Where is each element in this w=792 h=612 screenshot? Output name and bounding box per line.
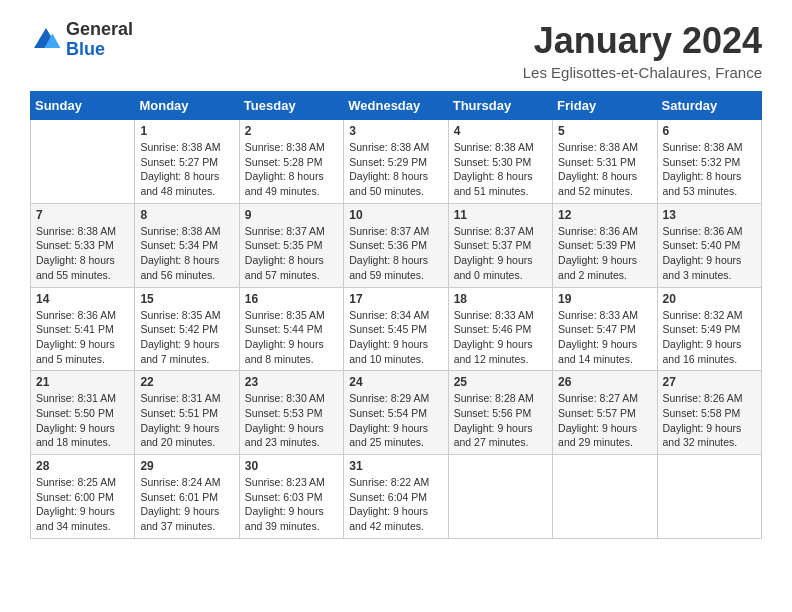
day-info: Sunrise: 8:36 AMSunset: 5:39 PMDaylight:… bbox=[558, 224, 651, 283]
day-info: Sunrise: 8:23 AMSunset: 6:03 PMDaylight:… bbox=[245, 475, 338, 534]
day-number: 24 bbox=[349, 375, 442, 389]
day-info: Sunrise: 8:37 AMSunset: 5:37 PMDaylight:… bbox=[454, 224, 547, 283]
calendar-cell: 12Sunrise: 8:36 AMSunset: 5:39 PMDayligh… bbox=[553, 203, 657, 287]
header-day: Tuesday bbox=[239, 92, 343, 120]
calendar-cell: 4Sunrise: 8:38 AMSunset: 5:30 PMDaylight… bbox=[448, 120, 552, 204]
calendar-cell bbox=[553, 455, 657, 539]
day-number: 17 bbox=[349, 292, 442, 306]
day-number: 28 bbox=[36, 459, 129, 473]
calendar-cell: 5Sunrise: 8:38 AMSunset: 5:31 PMDaylight… bbox=[553, 120, 657, 204]
calendar-cell: 20Sunrise: 8:32 AMSunset: 5:49 PMDayligh… bbox=[657, 287, 761, 371]
day-number: 2 bbox=[245, 124, 338, 138]
logo-blue: Blue bbox=[66, 40, 133, 60]
day-number: 10 bbox=[349, 208, 442, 222]
day-info: Sunrise: 8:35 AMSunset: 5:44 PMDaylight:… bbox=[245, 308, 338, 367]
calendar-title: January 2024 bbox=[523, 20, 762, 62]
day-number: 23 bbox=[245, 375, 338, 389]
header-day: Friday bbox=[553, 92, 657, 120]
day-info: Sunrise: 8:35 AMSunset: 5:42 PMDaylight:… bbox=[140, 308, 233, 367]
calendar-cell: 17Sunrise: 8:34 AMSunset: 5:45 PMDayligh… bbox=[344, 287, 448, 371]
calendar-table: SundayMondayTuesdayWednesdayThursdayFrid… bbox=[30, 91, 762, 539]
day-number: 26 bbox=[558, 375, 651, 389]
calendar-cell: 28Sunrise: 8:25 AMSunset: 6:00 PMDayligh… bbox=[31, 455, 135, 539]
day-info: Sunrise: 8:36 AMSunset: 5:40 PMDaylight:… bbox=[663, 224, 756, 283]
day-number: 19 bbox=[558, 292, 651, 306]
day-info: Sunrise: 8:33 AMSunset: 5:46 PMDaylight:… bbox=[454, 308, 547, 367]
day-number: 5 bbox=[558, 124, 651, 138]
day-number: 4 bbox=[454, 124, 547, 138]
calendar-cell: 3Sunrise: 8:38 AMSunset: 5:29 PMDaylight… bbox=[344, 120, 448, 204]
day-info: Sunrise: 8:38 AMSunset: 5:31 PMDaylight:… bbox=[558, 140, 651, 199]
calendar-cell: 8Sunrise: 8:38 AMSunset: 5:34 PMDaylight… bbox=[135, 203, 239, 287]
calendar-cell: 27Sunrise: 8:26 AMSunset: 5:58 PMDayligh… bbox=[657, 371, 761, 455]
calendar-cell: 14Sunrise: 8:36 AMSunset: 5:41 PMDayligh… bbox=[31, 287, 135, 371]
day-info: Sunrise: 8:37 AMSunset: 5:36 PMDaylight:… bbox=[349, 224, 442, 283]
day-info: Sunrise: 8:29 AMSunset: 5:54 PMDaylight:… bbox=[349, 391, 442, 450]
day-number: 14 bbox=[36, 292, 129, 306]
day-info: Sunrise: 8:37 AMSunset: 5:35 PMDaylight:… bbox=[245, 224, 338, 283]
calendar-cell: 29Sunrise: 8:24 AMSunset: 6:01 PMDayligh… bbox=[135, 455, 239, 539]
day-number: 30 bbox=[245, 459, 338, 473]
day-info: Sunrise: 8:28 AMSunset: 5:56 PMDaylight:… bbox=[454, 391, 547, 450]
calendar-cell: 24Sunrise: 8:29 AMSunset: 5:54 PMDayligh… bbox=[344, 371, 448, 455]
day-info: Sunrise: 8:31 AMSunset: 5:51 PMDaylight:… bbox=[140, 391, 233, 450]
calendar-cell: 21Sunrise: 8:31 AMSunset: 5:50 PMDayligh… bbox=[31, 371, 135, 455]
header-day: Monday bbox=[135, 92, 239, 120]
title-section: January 2024 Les Eglisottes-et-Chalaures… bbox=[523, 20, 762, 81]
calendar-subtitle: Les Eglisottes-et-Chalaures, France bbox=[523, 64, 762, 81]
calendar-cell: 6Sunrise: 8:38 AMSunset: 5:32 PMDaylight… bbox=[657, 120, 761, 204]
day-number: 22 bbox=[140, 375, 233, 389]
day-info: Sunrise: 8:36 AMSunset: 5:41 PMDaylight:… bbox=[36, 308, 129, 367]
calendar-week: 21Sunrise: 8:31 AMSunset: 5:50 PMDayligh… bbox=[31, 371, 762, 455]
calendar-cell: 11Sunrise: 8:37 AMSunset: 5:37 PMDayligh… bbox=[448, 203, 552, 287]
calendar-cell: 30Sunrise: 8:23 AMSunset: 6:03 PMDayligh… bbox=[239, 455, 343, 539]
logo-icon bbox=[30, 24, 62, 56]
calendar-cell: 16Sunrise: 8:35 AMSunset: 5:44 PMDayligh… bbox=[239, 287, 343, 371]
header: General Blue January 2024 Les Eglisottes… bbox=[30, 20, 762, 81]
calendar-week: 7Sunrise: 8:38 AMSunset: 5:33 PMDaylight… bbox=[31, 203, 762, 287]
day-info: Sunrise: 8:34 AMSunset: 5:45 PMDaylight:… bbox=[349, 308, 442, 367]
day-info: Sunrise: 8:27 AMSunset: 5:57 PMDaylight:… bbox=[558, 391, 651, 450]
day-info: Sunrise: 8:33 AMSunset: 5:47 PMDaylight:… bbox=[558, 308, 651, 367]
logo-general: General bbox=[66, 20, 133, 40]
day-info: Sunrise: 8:30 AMSunset: 5:53 PMDaylight:… bbox=[245, 391, 338, 450]
day-number: 1 bbox=[140, 124, 233, 138]
day-number: 20 bbox=[663, 292, 756, 306]
day-number: 9 bbox=[245, 208, 338, 222]
day-number: 13 bbox=[663, 208, 756, 222]
calendar-cell bbox=[448, 455, 552, 539]
day-number: 31 bbox=[349, 459, 442, 473]
calendar-cell: 13Sunrise: 8:36 AMSunset: 5:40 PMDayligh… bbox=[657, 203, 761, 287]
day-number: 11 bbox=[454, 208, 547, 222]
day-info: Sunrise: 8:38 AMSunset: 5:34 PMDaylight:… bbox=[140, 224, 233, 283]
calendar-cell: 9Sunrise: 8:37 AMSunset: 5:35 PMDaylight… bbox=[239, 203, 343, 287]
day-number: 27 bbox=[663, 375, 756, 389]
logo: General Blue bbox=[30, 20, 133, 60]
calendar-cell: 22Sunrise: 8:31 AMSunset: 5:51 PMDayligh… bbox=[135, 371, 239, 455]
calendar-week: 1Sunrise: 8:38 AMSunset: 5:27 PMDaylight… bbox=[31, 120, 762, 204]
calendar-cell: 18Sunrise: 8:33 AMSunset: 5:46 PMDayligh… bbox=[448, 287, 552, 371]
day-info: Sunrise: 8:31 AMSunset: 5:50 PMDaylight:… bbox=[36, 391, 129, 450]
calendar-cell: 7Sunrise: 8:38 AMSunset: 5:33 PMDaylight… bbox=[31, 203, 135, 287]
calendar-cell: 1Sunrise: 8:38 AMSunset: 5:27 PMDaylight… bbox=[135, 120, 239, 204]
day-number: 12 bbox=[558, 208, 651, 222]
calendar-cell: 26Sunrise: 8:27 AMSunset: 5:57 PMDayligh… bbox=[553, 371, 657, 455]
day-number: 25 bbox=[454, 375, 547, 389]
day-info: Sunrise: 8:25 AMSunset: 6:00 PMDaylight:… bbox=[36, 475, 129, 534]
calendar-cell bbox=[657, 455, 761, 539]
day-number: 7 bbox=[36, 208, 129, 222]
day-number: 6 bbox=[663, 124, 756, 138]
day-number: 8 bbox=[140, 208, 233, 222]
day-info: Sunrise: 8:38 AMSunset: 5:28 PMDaylight:… bbox=[245, 140, 338, 199]
day-number: 29 bbox=[140, 459, 233, 473]
page: General Blue January 2024 Les Eglisottes… bbox=[0, 0, 792, 559]
day-number: 16 bbox=[245, 292, 338, 306]
header-day: Sunday bbox=[31, 92, 135, 120]
calendar-cell bbox=[31, 120, 135, 204]
header-day: Wednesday bbox=[344, 92, 448, 120]
header-row: SundayMondayTuesdayWednesdayThursdayFrid… bbox=[31, 92, 762, 120]
day-info: Sunrise: 8:32 AMSunset: 5:49 PMDaylight:… bbox=[663, 308, 756, 367]
calendar-cell: 31Sunrise: 8:22 AMSunset: 6:04 PMDayligh… bbox=[344, 455, 448, 539]
calendar-cell: 25Sunrise: 8:28 AMSunset: 5:56 PMDayligh… bbox=[448, 371, 552, 455]
day-number: 21 bbox=[36, 375, 129, 389]
